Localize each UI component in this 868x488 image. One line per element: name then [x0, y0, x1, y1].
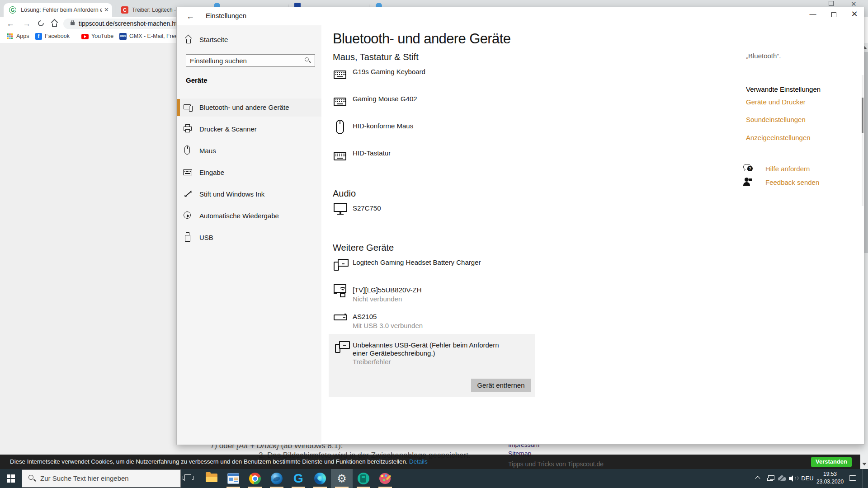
- home-icon: [184, 35, 193, 44]
- devices-combo-icon: [335, 339, 351, 355]
- bookmark-gmx[interactable]: GMX - E-Mail, Free...: [129, 33, 183, 40]
- link-devices-printers[interactable]: Geräte und Drucker: [746, 98, 806, 106]
- edge-icon: [314, 473, 326, 484]
- bookmark-youtube[interactable]: YouTube: [91, 33, 113, 40]
- show-desktop-separator[interactable]: [863, 469, 863, 488]
- teal-app-icon: [358, 473, 369, 484]
- device-status: Mit USB 3.0 verbunden: [353, 321, 423, 330]
- taskbar-app-settings[interactable]: ⚙: [331, 469, 353, 488]
- mouse-icon: [336, 120, 345, 136]
- device-row[interactable]: HID-Tastatur: [333, 149, 559, 167]
- device-name: HID-Tastatur: [353, 149, 391, 158]
- bookmark-facebook[interactable]: Facebook: [45, 33, 70, 40]
- taskbar-app-document[interactable]: [222, 469, 244, 488]
- related-settings-heading: Verwandte Einstellungen: [746, 85, 821, 94]
- sidebar-label-pen: Stift und Windows Ink: [199, 188, 264, 201]
- tray-date[interactable]: 23.03.2020: [816, 479, 844, 485]
- browser-maximize-icon[interactable]: [829, 1, 834, 6]
- forward-icon[interactable]: →: [23, 19, 31, 28]
- bookmark-apps[interactable]: Apps: [16, 33, 29, 40]
- tray-onedrive-icon[interactable]: [778, 475, 787, 481]
- action-center-icon[interactable]: [849, 474, 858, 483]
- cookie-details-link[interactable]: Details: [409, 458, 428, 465]
- taskbar-app-teal[interactable]: [353, 469, 374, 488]
- tab-close-icon[interactable]: ✕: [104, 6, 109, 13]
- sidebar-item-bluetooth[interactable]: Bluetooth- und andere Geräte: [177, 101, 321, 114]
- facebook-icon[interactable]: f: [35, 33, 42, 40]
- page-footer-note: Tipps und Tricks von Tippscout.de: [508, 460, 604, 468]
- tray-network-icon[interactable]: [767, 474, 776, 483]
- sidebar-label-printer: Drucker & Scanner: [199, 122, 257, 136]
- start-button[interactable]: [0, 469, 22, 488]
- device-row[interactable]: S27C750: [333, 204, 559, 222]
- device-row[interactable]: AS2105 Mit USB 3.0 verbunden: [333, 312, 586, 335]
- remove-device-button[interactable]: Gerät entfernen: [471, 379, 531, 392]
- link-sound-settings[interactable]: Soundeinstellungen: [746, 115, 806, 124]
- sidebar-item-pen[interactable]: Stift und Windows Ink: [177, 188, 321, 201]
- browser-tab-active[interactable]: G Lösung: Fehler beim Anfordern e ✕: [4, 3, 112, 17]
- cookie-accept-button[interactable]: Verstanden: [811, 457, 852, 467]
- cookie-text: Diese Internetseite verwendet Cookies, u…: [10, 455, 428, 469]
- apps-grid-icon[interactable]: [7, 33, 13, 39]
- sidebar-item-mouse[interactable]: Maus: [177, 144, 321, 158]
- chrome-icon: [249, 473, 261, 484]
- device-row[interactable]: Logitech Gaming Headset Battery Charger: [333, 258, 586, 278]
- right-text-fragment: „Bluetooth“.: [746, 52, 781, 60]
- tray-volume-icon[interactable]: [789, 474, 798, 483]
- gmx-icon[interactable]: GMX: [119, 33, 127, 40]
- help-icon: ?: [743, 163, 755, 174]
- minimize-button[interactable]: —: [802, 7, 823, 21]
- blue-orb-app-icon: [271, 473, 283, 484]
- taskbar-app-blue-orb[interactable]: [266, 469, 288, 488]
- sidebar-item-home[interactable]: Startseite: [177, 33, 321, 47]
- sidebar-label-usb: USB: [199, 231, 213, 244]
- close-button[interactable]: ✕: [844, 7, 865, 21]
- maximize-button[interactable]: [823, 7, 844, 21]
- tray-chevron-icon[interactable]: [755, 475, 761, 482]
- settings-scrollbar-track[interactable]: [862, 75, 863, 206]
- sidebar-label-autoplay: Automatische Wiedergabe: [199, 209, 279, 223]
- drive-icon: [334, 314, 349, 322]
- search-icon: [28, 475, 36, 482]
- scrollbar-down-arrow[interactable]: [862, 463, 867, 465]
- sidebar-item-autoplay[interactable]: Automatische Wiedergabe: [177, 209, 321, 223]
- device-row[interactable]: G19s Gaming Keyboard: [333, 67, 559, 85]
- feedback-icon: [743, 178, 754, 188]
- tray-time[interactable]: 19:53: [816, 471, 844, 478]
- device-card-selected[interactable]: Unbekanntes USB-Gerät (Fehler beim Anfor…: [329, 334, 535, 397]
- back-icon[interactable]: ←: [6, 19, 14, 28]
- device-row[interactable]: HID-konforme Maus: [333, 122, 559, 141]
- settings-search-placeholder: Einstellung suchen: [190, 57, 247, 65]
- send-feedback-link[interactable]: Feedback senden: [765, 178, 819, 187]
- taskbar-app-chrome[interactable]: [244, 469, 266, 488]
- settings-scrollbar-thumb[interactable]: [862, 98, 863, 133]
- sidebar-home-label: Startseite: [199, 33, 228, 47]
- section-heading-audio: Audio: [333, 188, 356, 199]
- get-help-link[interactable]: Hilfe anfordern: [765, 164, 810, 173]
- sidebar-item-printer[interactable]: Drucker & Scanner: [177, 122, 321, 136]
- keyboard-icon: [334, 70, 347, 80]
- chip-favicon: C: [121, 6, 128, 14]
- sidebar-label-typing: Eingabe: [199, 166, 224, 179]
- sidebar-item-usb[interactable]: USB: [177, 231, 321, 244]
- sidebar-item-typing[interactable]: Eingabe: [177, 166, 321, 179]
- taskbar-search-box[interactable]: Zur Suche Text hier eingeben: [22, 469, 181, 488]
- taskbar-app-explorer[interactable]: [201, 469, 222, 488]
- taskbar-app-edge[interactable]: [309, 469, 331, 488]
- device-row[interactable]: Gaming Mouse G402: [333, 94, 559, 113]
- settings-back-icon[interactable]: ←: [184, 10, 197, 23]
- taskbar-app-logitech[interactable]: G: [288, 469, 309, 488]
- settings-window: ← Einstellungen — ✕ Startseite Einstellu…: [176, 7, 864, 445]
- tray-language[interactable]: DEU: [799, 475, 816, 482]
- device-status: Treiberfehler: [353, 357, 391, 366]
- link-display-settings[interactable]: Anzeigeeinstellungen: [746, 133, 811, 142]
- device-row[interactable]: [TV][LG]55UB820V-ZH Nicht verbunden: [333, 286, 586, 308]
- tv-cast-icon: [334, 284, 350, 300]
- tab-title-2[interactable]: Treiber: Logitech - D: [132, 7, 179, 14]
- home-icon[interactable]: [51, 20, 59, 27]
- taskbar-app-paint[interactable]: [374, 469, 396, 488]
- task-view-icon[interactable]: [183, 474, 194, 483]
- section-heading-other: Weitere Geräte: [333, 242, 394, 253]
- youtube-icon[interactable]: [81, 34, 89, 39]
- settings-search-box[interactable]: Einstellung suchen: [186, 54, 315, 67]
